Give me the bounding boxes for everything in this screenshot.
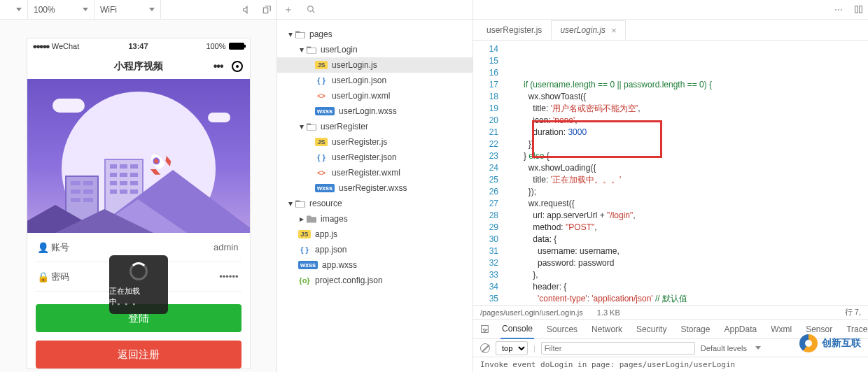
signal-icon: ●●●●●: [33, 42, 49, 50]
editor-tabs: userRegister.js userLogin.js×: [473, 20, 868, 41]
file-userlogin-json[interactable]: { }userLogin.json: [277, 73, 472, 88]
file-userregister-json[interactable]: { }userRegister.json: [277, 150, 472, 165]
highlight-box-showloading: [532, 120, 662, 158]
svg-marker-0: [244, 6, 247, 13]
app-navbar: 小程序视频 •••: [27, 54, 250, 79]
mute-icon[interactable]: [237, 0, 257, 20]
file-userlogin-wxml[interactable]: <>userLogin.wxml: [277, 88, 472, 103]
field-label: 账号: [51, 241, 85, 254]
context-select[interactable]: top: [496, 341, 528, 355]
filter-input[interactable]: [541, 342, 695, 355]
detach-icon[interactable]: [257, 0, 276, 20]
devtools-tab-network[interactable]: Network: [590, 320, 624, 339]
battery-icon: [229, 43, 244, 50]
capsule-close-icon[interactable]: [232, 61, 243, 72]
devtools-tab-security[interactable]: Security: [635, 320, 668, 339]
status-pos: 行 7,: [845, 307, 861, 317]
spinner-icon: [130, 262, 148, 280]
devtools-tab-console[interactable]: Console: [500, 320, 534, 339]
file-userregister-wxss[interactable]: wxssuserRegister.wxss: [277, 180, 472, 196]
close-icon[interactable]: ×: [611, 25, 617, 36]
simulator-topbar: 100% WiFi: [0, 0, 276, 20]
console-output: Invoke event doLogin in page: pages/user…: [473, 357, 868, 372]
layout-icon[interactable]: [848, 0, 868, 20]
devtools-tab-storage[interactable]: Storage: [679, 320, 711, 339]
device-select[interactable]: [0, 0, 28, 20]
status-path: /pages/userLogin/userLogin.js: [480, 308, 583, 317]
file-userlogin-wxss[interactable]: wxssuserLogin.wxss: [277, 103, 472, 119]
loading-toast: 正在加载中。。。: [109, 255, 168, 314]
devtools-tab-sources[interactable]: Sources: [545, 320, 579, 339]
editor-statusbar: /pages/userLogin/userLogin.js 1.3 KB 行 7…: [473, 305, 868, 319]
more-icon[interactable]: ⋯: [829, 0, 848, 20]
battery-label: 100%: [206, 42, 225, 50]
levels-select[interactable]: Default levels: [701, 344, 747, 352]
explorer-topbar: ＋: [277, 0, 472, 20]
svg-point-2: [307, 6, 313, 12]
folder-resource[interactable]: ▾resource: [277, 196, 472, 211]
status-size: 1.3 KB: [597, 308, 620, 317]
folder-userlogin[interactable]: ▾userLogin: [277, 42, 472, 57]
add-file-icon[interactable]: ＋: [277, 0, 300, 20]
search-icon[interactable]: [300, 0, 322, 20]
back-button[interactable]: 返回注册: [36, 341, 241, 369]
devtools-tab-wxml[interactable]: Wxml: [769, 320, 793, 339]
editor-topbar: ⋯: [473, 0, 868, 20]
clear-console-icon[interactable]: [480, 343, 490, 353]
file-userregister-js[interactable]: JSuserRegister.js: [277, 134, 472, 150]
folder-images[interactable]: ▸images: [277, 211, 472, 227]
folder-pages[interactable]: ▾pages: [277, 27, 472, 42]
folder-userregister[interactable]: ▾userRegister: [277, 119, 472, 134]
file-tree: ▾pages ▾userLogin JSuserLogin.js { }user…: [277, 20, 472, 372]
zoom-select[interactable]: 100%: [28, 0, 94, 20]
toast-text: 正在加载中。。。: [109, 286, 168, 307]
brand-icon: [799, 334, 818, 352]
field-value: admin: [85, 242, 241, 252]
svg-rect-3: [855, 6, 858, 13]
network-select[interactable]: WiFi: [94, 0, 161, 20]
file-userregister-wxml[interactable]: <>userRegister.wxml: [277, 165, 472, 180]
brand-logo: 创新互联: [799, 334, 861, 352]
carrier-label: WeChat: [52, 42, 80, 50]
file-app-js[interactable]: JSapp.js: [277, 227, 472, 242]
hero-illustration: [27, 79, 250, 233]
tab-userregister-js[interactable]: userRegister.js: [477, 20, 551, 40]
svg-rect-1: [263, 8, 267, 13]
app-title: 小程序视频: [114, 60, 163, 73]
file-userlogin-js[interactable]: JSuserLogin.js: [277, 57, 472, 73]
devtools-tab-appdata[interactable]: AppData: [722, 320, 758, 339]
user-icon: 👤: [36, 242, 51, 253]
file-project-config[interactable]: {o}project.config.json: [277, 273, 472, 288]
device-frame: ●●●●●WeChat 13:47 100% 小程序视频 •••: [27, 38, 251, 369]
field-label: 密码: [51, 271, 85, 283]
file-app-wxss[interactable]: wxssapp.wxss: [277, 257, 472, 273]
tab-userlogin-js[interactable]: userLogin.js×: [551, 20, 625, 40]
inspect-icon[interactable]: [480, 324, 489, 334]
lock-icon: 🔒: [36, 271, 51, 282]
clock-label: 13:47: [128, 42, 148, 50]
device-statusbar: ●●●●●WeChat 13:47 100%: [27, 38, 250, 54]
svg-rect-4: [859, 6, 862, 13]
file-app-json[interactable]: { }app.json: [277, 242, 472, 257]
capsule-menu-icon[interactable]: •••: [214, 60, 223, 73]
code-editor[interactable]: 1415161718192021222324252627282930313233…: [473, 41, 868, 305]
